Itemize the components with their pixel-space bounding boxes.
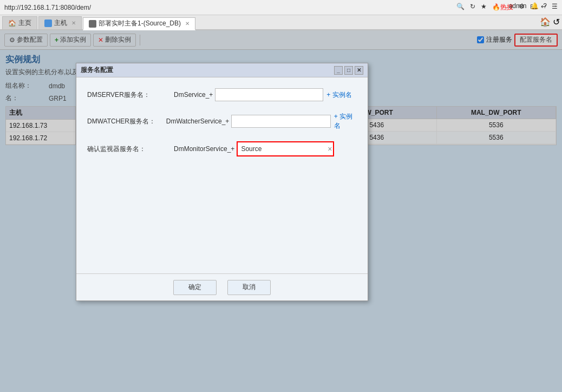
deploy-icon (89, 20, 96, 28)
home-icon: 🏠 (8, 19, 16, 27)
admin-bar: admin 🔔 ? → (509, 2, 558, 10)
cancel-button[interactable]: 取消 (227, 280, 271, 295)
confirm-button[interactable]: 确定 (173, 280, 217, 295)
dmwatcher-row: DMWATCHER服务名： DmWatcherService_+ + 实例名 (87, 112, 357, 130)
tab-home[interactable]: 🏠 主页 (2, 16, 37, 29)
browser-icon-star[interactable]: ★ (481, 3, 487, 12)
dmserver-link[interactable]: + 实例名 (326, 90, 351, 100)
tab-home-label: 主页 (18, 18, 31, 28)
modal-content: DMSERVER服务名： DmService_+ + 实例名 DMWATCHER… (76, 77, 368, 178)
browser-icon-search[interactable]: 🔍 (456, 3, 465, 12)
modal-overlay: 服务名配置 _ □ ✕ DMSERVER服务名： DmService_+ + 实… (0, 30, 562, 392)
source-input[interactable] (237, 141, 334, 156)
tab-bar: 🏠 主页 主机 ✕ 部署实时主备1-(Source_DB) ✕ 🏠 ↺ (0, 15, 562, 30)
dmmonitor-label: 确认监视器服务名： (87, 145, 174, 154)
dmwatcher-link[interactable]: + 实例名 (334, 112, 357, 130)
dmwatcher-label: DMWATCHER服务名： (87, 117, 166, 126)
admin-user: admin (509, 2, 527, 10)
modal-minimize-button[interactable]: _ (334, 66, 343, 75)
tab-nav-refresh-icon[interactable]: ↺ (553, 17, 560, 27)
tab-nav-home-icon[interactable]: 🏠 (540, 17, 551, 27)
modal-resize-button[interactable]: □ (344, 66, 353, 75)
dmserver-input[interactable] (215, 88, 323, 101)
dmmonitor-prefix: DmMonitorService_+ (174, 145, 234, 153)
modal-header-buttons: _ □ ✕ (334, 66, 363, 75)
tab-host[interactable]: 主机 ✕ (38, 16, 82, 29)
browser-icon-refresh[interactable]: ↻ (470, 3, 475, 12)
admin-bell-icon[interactable]: 🔔 (531, 2, 539, 10)
source-clear-button[interactable]: × (328, 145, 332, 153)
modal-footer: 确定 取消 (76, 273, 368, 300)
dmmonitor-row: 确认监视器服务名： DmMonitorService_+ × (87, 141, 357, 156)
tab-deploy[interactable]: 部署实时主备1-(Source_DB) ✕ (83, 17, 195, 30)
modal-close-button[interactable]: ✕ (355, 66, 363, 75)
dmwatcher-input[interactable] (231, 115, 330, 128)
service-name-config-modal: 服务名配置 _ □ ✕ DMSERVER服务名： DmService_+ + 实… (76, 63, 368, 301)
admin-help-icon[interactable]: ? (543, 2, 547, 10)
modal-header: 服务名配置 _ □ ✕ (76, 63, 368, 77)
dmwatcher-prefix: DmWatcherService_+ (166, 117, 230, 125)
source-input-wrapper: × (237, 141, 334, 156)
tab-host-label: 主机 (54, 18, 67, 28)
browser-url-text: http://192.168.1.71:8080/dem/ (4, 4, 91, 11)
tab-deploy-close[interactable]: ✕ (185, 21, 189, 27)
dmserver-row: DMSERVER服务名： DmService_+ + 实例名 (87, 88, 357, 101)
tab-host-close[interactable]: ✕ (71, 20, 76, 26)
dmserver-prefix: DmService_+ (174, 91, 213, 99)
modal-title: 服务名配置 (81, 66, 113, 75)
browser-bar: http://192.168.1.71:8080/dem/ 🔍 ↻ ★ 🔥热搜 … (0, 0, 562, 15)
dmserver-label: DMSERVER服务名： (87, 90, 174, 100)
host-icon (44, 19, 52, 27)
admin-logout-icon[interactable]: → (551, 2, 558, 10)
tab-deploy-label: 部署实时主备1-(Source_DB) (99, 19, 181, 28)
